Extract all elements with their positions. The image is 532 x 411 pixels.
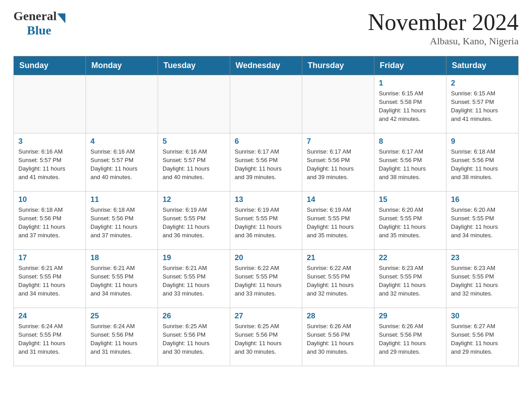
calendar-cell: 24Sunrise: 6:24 AM Sunset: 5:55 PM Dayli… bbox=[14, 308, 86, 366]
day-info: Sunrise: 6:18 AM Sunset: 5:56 PM Dayligh… bbox=[18, 206, 81, 240]
day-number: 19 bbox=[163, 253, 225, 262]
calendar-cell bbox=[158, 75, 230, 133]
day-number: 30 bbox=[451, 312, 514, 321]
calendar-week-row: 24Sunrise: 6:24 AM Sunset: 5:55 PM Dayli… bbox=[14, 308, 519, 366]
day-info: Sunrise: 6:22 AM Sunset: 5:55 PM Dayligh… bbox=[235, 264, 297, 298]
calendar-cell: 5Sunrise: 6:16 AM Sunset: 5:57 PM Daylig… bbox=[158, 133, 230, 192]
calendar-cell bbox=[302, 75, 374, 133]
day-info: Sunrise: 6:26 AM Sunset: 5:56 PM Dayligh… bbox=[379, 322, 442, 356]
day-number: 1 bbox=[379, 79, 442, 88]
day-number: 10 bbox=[18, 195, 81, 204]
day-info: Sunrise: 6:16 AM Sunset: 5:57 PM Dayligh… bbox=[163, 148, 225, 181]
calendar-cell: 10Sunrise: 6:18 AM Sunset: 5:56 PM Dayli… bbox=[14, 192, 86, 250]
day-number: 14 bbox=[307, 195, 369, 204]
day-number: 15 bbox=[379, 195, 442, 204]
calendar-week-row: 1Sunrise: 6:15 AM Sunset: 5:58 PM Daylig… bbox=[14, 75, 519, 133]
day-number: 4 bbox=[90, 137, 153, 146]
month-title: November 2024 bbox=[368, 9, 519, 35]
weekday-header-row: SundayMondayTuesdayWednesdayThursdayFrid… bbox=[14, 56, 519, 75]
logo: General Blue bbox=[13, 9, 65, 38]
weekday-header-sunday: Sunday bbox=[14, 56, 86, 75]
day-number: 12 bbox=[163, 195, 225, 204]
calendar-cell: 3Sunrise: 6:16 AM Sunset: 5:57 PM Daylig… bbox=[14, 133, 86, 192]
day-info: Sunrise: 6:17 AM Sunset: 5:56 PM Dayligh… bbox=[307, 148, 369, 181]
day-number: 6 bbox=[235, 137, 297, 146]
calendar-table: SundayMondayTuesdayWednesdayThursdayFrid… bbox=[13, 56, 519, 366]
day-info: Sunrise: 6:16 AM Sunset: 5:57 PM Dayligh… bbox=[18, 148, 81, 181]
day-info: Sunrise: 6:16 AM Sunset: 5:57 PM Dayligh… bbox=[90, 148, 153, 181]
logo-arrow-icon bbox=[57, 13, 65, 23]
day-info: Sunrise: 6:25 AM Sunset: 5:56 PM Dayligh… bbox=[163, 322, 225, 356]
calendar-cell: 17Sunrise: 6:21 AM Sunset: 5:55 PM Dayli… bbox=[14, 250, 86, 308]
calendar-cell: 25Sunrise: 6:24 AM Sunset: 5:56 PM Dayli… bbox=[86, 308, 158, 366]
day-info: Sunrise: 6:25 AM Sunset: 5:56 PM Dayligh… bbox=[235, 322, 297, 356]
calendar-cell: 8Sunrise: 6:17 AM Sunset: 5:56 PM Daylig… bbox=[374, 133, 446, 192]
day-number: 20 bbox=[235, 253, 297, 262]
day-number: 3 bbox=[18, 137, 81, 146]
day-info: Sunrise: 6:24 AM Sunset: 5:55 PM Dayligh… bbox=[18, 322, 81, 356]
calendar-cell bbox=[14, 75, 86, 133]
day-info: Sunrise: 6:19 AM Sunset: 5:55 PM Dayligh… bbox=[235, 206, 297, 240]
calendar-cell bbox=[230, 75, 302, 133]
day-info: Sunrise: 6:23 AM Sunset: 5:55 PM Dayligh… bbox=[451, 264, 514, 298]
calendar-cell: 4Sunrise: 6:16 AM Sunset: 5:57 PM Daylig… bbox=[86, 133, 158, 192]
day-number: 29 bbox=[379, 312, 442, 321]
day-info: Sunrise: 6:19 AM Sunset: 5:55 PM Dayligh… bbox=[163, 206, 225, 240]
day-number: 9 bbox=[451, 137, 514, 146]
day-number: 27 bbox=[235, 312, 297, 321]
day-info: Sunrise: 6:17 AM Sunset: 5:56 PM Dayligh… bbox=[379, 148, 442, 181]
day-number: 28 bbox=[307, 312, 369, 321]
day-info: Sunrise: 6:22 AM Sunset: 5:55 PM Dayligh… bbox=[307, 264, 369, 298]
day-number: 5 bbox=[163, 137, 225, 146]
day-info: Sunrise: 6:21 AM Sunset: 5:55 PM Dayligh… bbox=[90, 264, 153, 298]
calendar-cell: 14Sunrise: 6:19 AM Sunset: 5:55 PM Dayli… bbox=[302, 192, 374, 250]
calendar-cell: 16Sunrise: 6:20 AM Sunset: 5:55 PM Dayli… bbox=[446, 192, 519, 250]
day-info: Sunrise: 6:18 AM Sunset: 5:56 PM Dayligh… bbox=[451, 148, 514, 181]
weekday-header-tuesday: Tuesday bbox=[158, 56, 230, 75]
day-info: Sunrise: 6:24 AM Sunset: 5:56 PM Dayligh… bbox=[90, 322, 153, 356]
day-number: 22 bbox=[379, 253, 442, 262]
day-number: 7 bbox=[307, 137, 369, 146]
day-info: Sunrise: 6:18 AM Sunset: 5:56 PM Dayligh… bbox=[90, 206, 153, 240]
day-number: 13 bbox=[235, 195, 297, 204]
calendar-cell: 28Sunrise: 6:26 AM Sunset: 5:56 PM Dayli… bbox=[302, 308, 374, 366]
calendar-cell: 13Sunrise: 6:19 AM Sunset: 5:55 PM Dayli… bbox=[230, 192, 302, 250]
calendar-cell: 11Sunrise: 6:18 AM Sunset: 5:56 PM Dayli… bbox=[86, 192, 158, 250]
day-number: 17 bbox=[18, 253, 81, 262]
calendar-cell: 19Sunrise: 6:21 AM Sunset: 5:55 PM Dayli… bbox=[158, 250, 230, 308]
weekday-header-wednesday: Wednesday bbox=[230, 56, 302, 75]
calendar-cell: 27Sunrise: 6:25 AM Sunset: 5:56 PM Dayli… bbox=[230, 308, 302, 366]
calendar-cell: 6Sunrise: 6:17 AM Sunset: 5:56 PM Daylig… bbox=[230, 133, 302, 192]
day-info: Sunrise: 6:26 AM Sunset: 5:56 PM Dayligh… bbox=[307, 322, 369, 356]
calendar-cell: 20Sunrise: 6:22 AM Sunset: 5:55 PM Dayli… bbox=[230, 250, 302, 308]
day-number: 26 bbox=[163, 312, 225, 321]
day-info: Sunrise: 6:21 AM Sunset: 5:55 PM Dayligh… bbox=[163, 264, 225, 298]
calendar-cell: 12Sunrise: 6:19 AM Sunset: 5:55 PM Dayli… bbox=[158, 192, 230, 250]
calendar-cell: 2Sunrise: 6:15 AM Sunset: 5:57 PM Daylig… bbox=[446, 75, 519, 133]
day-number: 8 bbox=[379, 137, 442, 146]
calendar-cell: 1Sunrise: 6:15 AM Sunset: 5:58 PM Daylig… bbox=[374, 75, 446, 133]
day-info: Sunrise: 6:17 AM Sunset: 5:56 PM Dayligh… bbox=[235, 148, 297, 181]
calendar-cell: 7Sunrise: 6:17 AM Sunset: 5:56 PM Daylig… bbox=[302, 133, 374, 192]
day-info: Sunrise: 6:20 AM Sunset: 5:55 PM Dayligh… bbox=[379, 206, 442, 240]
day-number: 23 bbox=[451, 253, 514, 262]
day-number: 11 bbox=[90, 195, 153, 204]
calendar-cell: 21Sunrise: 6:22 AM Sunset: 5:55 PM Dayli… bbox=[302, 250, 374, 308]
day-info: Sunrise: 6:15 AM Sunset: 5:57 PM Dayligh… bbox=[451, 90, 514, 123]
weekday-header-thursday: Thursday bbox=[302, 56, 374, 75]
day-info: Sunrise: 6:20 AM Sunset: 5:55 PM Dayligh… bbox=[451, 206, 514, 240]
logo-text-blue: Blue bbox=[27, 23, 51, 38]
calendar-week-row: 3Sunrise: 6:16 AM Sunset: 5:57 PM Daylig… bbox=[14, 133, 519, 192]
day-info: Sunrise: 6:19 AM Sunset: 5:55 PM Dayligh… bbox=[307, 206, 369, 240]
day-number: 2 bbox=[451, 79, 514, 88]
day-number: 25 bbox=[90, 312, 153, 321]
title-area: November 2024 Albasu, Kano, Nigeria bbox=[368, 9, 519, 47]
day-number: 24 bbox=[18, 312, 81, 321]
weekday-header-saturday: Saturday bbox=[446, 56, 519, 75]
location: Albasu, Kano, Nigeria bbox=[368, 35, 519, 47]
calendar-week-row: 17Sunrise: 6:21 AM Sunset: 5:55 PM Dayli… bbox=[14, 250, 519, 308]
day-info: Sunrise: 6:21 AM Sunset: 5:55 PM Dayligh… bbox=[18, 264, 81, 298]
day-info: Sunrise: 6:27 AM Sunset: 5:56 PM Dayligh… bbox=[451, 322, 514, 356]
day-number: 18 bbox=[90, 253, 153, 262]
weekday-header-monday: Monday bbox=[86, 56, 158, 75]
